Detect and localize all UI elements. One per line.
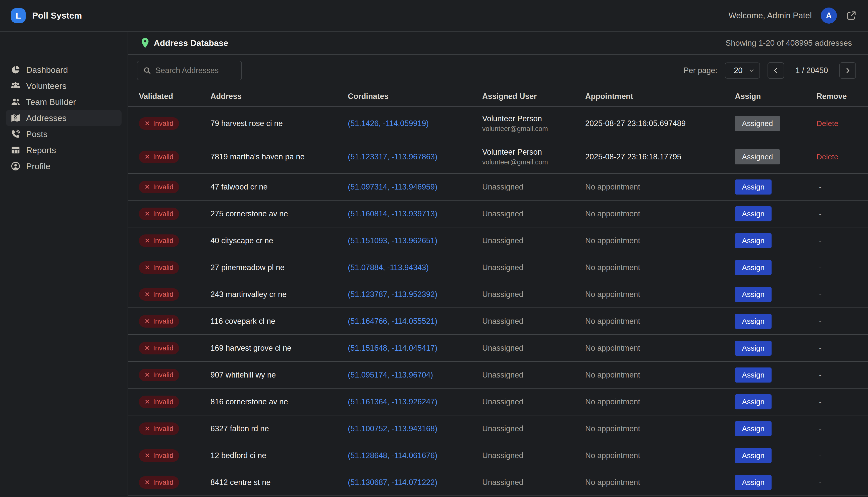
assign-cell: Assign (735, 314, 816, 329)
delete-link[interactable]: Delete (816, 119, 838, 128)
invalid-badge: ✕Invalid (139, 181, 179, 193)
assigned-button[interactable]: Assigned (735, 150, 780, 165)
assign-cell: Assign (735, 368, 816, 383)
coordinates-link[interactable]: (51.130687, -114.071222) (348, 478, 437, 487)
address-cell: 7819 martha's haven pa ne (210, 152, 348, 161)
coordinates-link[interactable]: (51.128648, -114.061676) (348, 451, 437, 460)
invalid-label: Invalid (153, 344, 173, 352)
assigned-user-cell: Unassigned (482, 236, 585, 245)
x-icon: ✕ (144, 479, 150, 486)
table-row: ✕Invalid79 harvest rose ci ne(51.1426, -… (128, 107, 868, 140)
assign-button[interactable]: Assign (735, 260, 772, 275)
sidebar-item-volunteers[interactable]: Volunteers (6, 78, 122, 94)
x-icon: ✕ (144, 210, 150, 218)
coordinates-link[interactable]: (51.100752, -113.943168) (348, 424, 437, 433)
sidebar-item-profile[interactable]: Profile (6, 158, 122, 174)
invalid-badge: ✕Invalid (139, 235, 179, 247)
invalid-label: Invalid (153, 237, 173, 245)
search-input[interactable] (155, 66, 236, 75)
appointment-cell: No appointment (585, 451, 735, 460)
x-icon: ✕ (144, 237, 150, 245)
coordinates-link[interactable]: (51.151093, -113.962651) (348, 236, 437, 245)
x-icon: ✕ (144, 344, 150, 352)
address-cell: 816 cornerstone av ne (210, 397, 348, 407)
next-page-button[interactable] (839, 62, 856, 79)
appointment-cell: No appointment (585, 370, 735, 380)
sidebar-item-reports[interactable]: Reports (6, 142, 122, 158)
coordinates-link[interactable]: (51.1426, -114.059919) (348, 119, 429, 128)
coordinates-link[interactable]: (51.160814, -113.939713) (348, 209, 437, 218)
remove-cell: Delete (816, 119, 866, 128)
invalid-badge: ✕Invalid (139, 396, 179, 408)
appointment-cell: No appointment (585, 183, 735, 191)
assign-button[interactable]: Assign (735, 421, 772, 436)
x-icon: ✕ (144, 317, 150, 325)
assign-button[interactable]: Assign (735, 475, 772, 490)
invalid-label: Invalid (153, 479, 173, 486)
external-link-icon[interactable] (846, 10, 857, 21)
assign-button[interactable]: Assign (735, 394, 772, 409)
table-row: ✕Invalid816 cornerstone av ne(51.161364,… (128, 388, 868, 415)
prev-page-button[interactable] (768, 62, 784, 79)
assigned-button[interactable]: Assigned (735, 116, 780, 131)
no-remove-dash: - (816, 317, 822, 325)
no-remove-dash: - (816, 290, 822, 298)
page-title: Address Database (154, 38, 228, 48)
invalid-badge: ✕Invalid (139, 476, 179, 489)
assign-button[interactable]: Assign (735, 180, 772, 195)
assign-button[interactable]: Assign (735, 233, 772, 248)
invalid-badge: ✕Invalid (139, 423, 179, 435)
invalid-label: Invalid (153, 264, 173, 272)
coordinates-link[interactable]: (51.161364, -113.926247) (348, 397, 437, 406)
assign-button[interactable]: Assign (735, 341, 772, 356)
sidebar-item-posts[interactable]: Posts (6, 126, 122, 142)
sidebar-item-addresses[interactable]: Addresses (6, 110, 122, 126)
delete-link[interactable]: Delete (816, 153, 838, 161)
sidebar-item-team-builder[interactable]: Team Builder (6, 94, 122, 110)
sidebar-item-dashboard[interactable]: Dashboard (6, 62, 122, 78)
per-page-select[interactable]: 20 (725, 62, 760, 79)
coordinates-cell: (51.097314, -113.946959) (348, 183, 482, 191)
assign-button[interactable]: Assign (735, 287, 772, 302)
map-location-icon (11, 113, 20, 123)
title-left: Address Database (141, 38, 228, 48)
assign-button[interactable]: Assign (735, 314, 772, 329)
appointment-cell: No appointment (585, 397, 735, 407)
invalid-label: Invalid (153, 290, 173, 298)
assigned-user-cell: Unassigned (482, 397, 585, 407)
remove-cell: - (816, 290, 866, 299)
invalid-label: Invalid (153, 210, 173, 218)
validated-cell: ✕Invalid (139, 396, 210, 408)
coordinates-link[interactable]: (51.151648, -114.045417) (348, 344, 437, 352)
phone-volume-icon (11, 129, 20, 139)
assigned-user-cell: Unassigned (482, 478, 585, 487)
sidebar: DashboardVolunteersTeam BuilderAddresses… (0, 32, 128, 497)
coordinates-link[interactable]: (51.164766, -114.055521) (348, 317, 437, 326)
assigned-user-email: volunteer@gmail.com (482, 125, 585, 133)
avatar[interactable]: A (821, 8, 837, 24)
assign-button[interactable]: Assign (735, 368, 772, 383)
main-content: Address Database Showing 1-20 of 408995 … (128, 32, 868, 497)
table-icon (11, 145, 20, 155)
table-row: ✕Invalid12 bedford ci ne(51.128648, -114… (128, 442, 868, 469)
coordinates-cell: (51.123317, -113.967863) (348, 152, 482, 161)
remove-cell: Delete (816, 152, 866, 161)
invalid-label: Invalid (153, 398, 173, 406)
coordinates-link[interactable]: (51.095174, -113.96704) (348, 370, 433, 379)
invalid-label: Invalid (153, 119, 173, 128)
coordinates-link[interactable]: (51.123317, -113.967863) (348, 152, 437, 161)
assigned-user-cell: Unassigned (482, 451, 585, 460)
coordinates-link[interactable]: (51.097314, -113.946959) (348, 183, 437, 191)
column-header-assigned-user: Assigned User (482, 92, 585, 101)
address-cell: 275 cornerstone av ne (210, 209, 348, 218)
assigned-user-cell: Unassigned (482, 370, 585, 380)
coordinates-cell: (51.1426, -114.059919) (348, 119, 482, 128)
location-pin-icon (141, 38, 149, 48)
search-icon (143, 66, 152, 75)
validated-cell: ✕Invalid (139, 261, 210, 274)
coordinates-link[interactable]: (51.123787, -113.952392) (348, 290, 437, 299)
coordinates-link[interactable]: (51.07884, -113.94343) (348, 263, 429, 272)
x-icon: ✕ (144, 452, 150, 459)
assign-button[interactable]: Assign (735, 206, 772, 222)
assign-button[interactable]: Assign (735, 448, 772, 463)
